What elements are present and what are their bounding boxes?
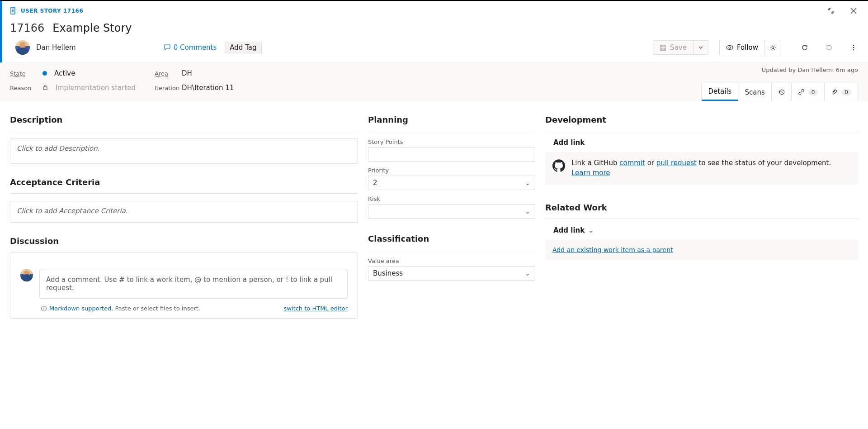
current-user-avatar	[20, 269, 33, 281]
chevron-down-icon: ⌄	[525, 179, 530, 186]
chevron-down-icon: ⌄	[525, 270, 530, 277]
risk-select[interactable]: ⌄	[368, 204, 535, 219]
paste-hint: Paste or select files to insert.	[115, 305, 201, 312]
add-tag-button[interactable]: Add Tag	[225, 42, 261, 53]
dev-info-or: or	[645, 159, 656, 167]
state-field-label: State	[10, 70, 37, 77]
comments-link[interactable]: 0 Comments	[164, 43, 217, 52]
chevron-down-icon: ⌄	[525, 208, 530, 215]
add-existing-parent-link[interactable]: Add an existing work item as a parent	[552, 246, 673, 253]
attachments-count-badge: 0	[841, 89, 851, 95]
refresh-button[interactable]	[797, 40, 812, 55]
svg-point-12	[853, 47, 854, 48]
tab-history[interactable]	[772, 83, 792, 101]
description-heading: Description	[10, 115, 358, 124]
work-item-title[interactable]: Example Story	[52, 22, 132, 34]
development-add-link[interactable]: Add link	[545, 138, 858, 147]
area-field-label: Area	[155, 70, 182, 77]
area-field-value[interactable]: DH	[182, 69, 317, 77]
configure-button[interactable]	[765, 40, 781, 55]
dev-info-suffix: to see the status of your development.	[697, 159, 831, 167]
priority-value: 2	[373, 179, 377, 187]
switch-editor-link[interactable]: switch to HTML editor	[284, 305, 348, 312]
revert-button[interactable]	[822, 40, 836, 55]
value-area-label: Value area	[368, 257, 535, 264]
story-points-label: Story Points	[368, 138, 535, 145]
close-icon[interactable]	[846, 4, 861, 18]
assignee-avatar[interactable]	[15, 40, 30, 55]
commit-link[interactable]: commit	[619, 159, 645, 167]
tab-details[interactable]: Details	[702, 83, 738, 101]
development-heading: Development	[545, 115, 858, 124]
dialog-accent-bar	[0, 1, 2, 66]
dev-info-prefix: Link a GitHub	[571, 159, 619, 167]
workitem-tabs: Details Scans 0 0	[701, 83, 858, 101]
github-icon	[552, 159, 565, 172]
history-icon	[778, 89, 785, 95]
pull-request-link[interactable]: pull request	[656, 159, 697, 167]
development-info-card: Link a GitHub commit or pull request to …	[545, 152, 858, 185]
assignee-name[interactable]: Dan Hellem	[36, 43, 76, 52]
chevron-down-icon: ⌄	[588, 227, 594, 234]
priority-label: Priority	[368, 167, 535, 174]
value-area-value: Business	[373, 269, 403, 277]
tab-attachments[interactable]: 0	[825, 83, 858, 101]
state-dot-icon	[42, 71, 47, 76]
svg-rect-7	[662, 48, 665, 50]
follow-button-label: Follow	[737, 43, 758, 52]
risk-label: Risk	[368, 195, 535, 202]
svg-point-13	[853, 49, 854, 51]
comment-input[interactable]: Add a comment. Use # to link a work item…	[39, 269, 348, 299]
tab-links[interactable]: 0	[792, 83, 825, 101]
classification-heading: Classification	[368, 234, 535, 243]
links-count-badge: 0	[808, 89, 818, 95]
svg-rect-14	[43, 87, 47, 90]
story-points-input[interactable]	[368, 147, 535, 162]
description-input[interactable]: Click to add Description.	[10, 138, 358, 164]
related-work-heading: Related Work	[545, 203, 858, 212]
reason-field-label: Reason	[10, 85, 37, 91]
svg-rect-4	[16, 8, 16, 14]
work-item-id: 17166	[10, 22, 44, 34]
svg-rect-0	[11, 8, 15, 14]
state-field-value[interactable]: Active	[37, 69, 155, 77]
svg-point-11	[853, 45, 854, 46]
work-item-type-label: USER STORY 17166	[21, 8, 83, 14]
learn-more-link[interactable]: Learn more	[571, 169, 610, 177]
save-button-group: Save	[653, 40, 708, 55]
svg-point-8	[726, 46, 733, 50]
related-add-link[interactable]: Add link ⌄	[545, 226, 858, 234]
user-story-icon	[10, 7, 17, 14]
more-actions-button[interactable]	[846, 40, 861, 55]
tab-scans[interactable]: Scans	[738, 83, 771, 101]
acceptance-input[interactable]: Click to add Acceptance Criteria.	[10, 201, 358, 223]
updated-info[interactable]: Updated by Dan Hellem: 6m ago	[762, 67, 858, 73]
follow-button[interactable]: Follow	[719, 40, 765, 55]
priority-select[interactable]: 2 ⌄	[368, 176, 535, 190]
reason-field-value[interactable]: Implementation started	[37, 84, 155, 92]
iteration-field-label: Iteration	[155, 85, 182, 91]
value-area-select[interactable]: Business ⌄	[368, 266, 535, 281]
link-icon	[798, 89, 805, 95]
info-icon: i	[41, 306, 47, 311]
iteration-field-value[interactable]: DH\Iteration 11	[182, 84, 317, 92]
svg-point-10	[772, 47, 774, 49]
markdown-supported-link[interactable]: Markdown supported.	[49, 305, 113, 312]
save-button[interactable]: Save	[653, 41, 693, 54]
attachment-icon	[831, 89, 838, 95]
comments-count-label: 0 Comments	[174, 43, 217, 52]
lock-icon	[42, 85, 49, 90]
svg-point-9	[729, 47, 731, 48]
discussion-heading: Discussion	[10, 236, 358, 246]
planning-heading: Planning	[368, 115, 535, 124]
restore-window-icon[interactable]	[824, 4, 838, 18]
save-dropdown-button[interactable]	[693, 41, 708, 54]
acceptance-heading: Acceptance Criteria	[10, 177, 358, 187]
save-button-label: Save	[670, 43, 687, 52]
